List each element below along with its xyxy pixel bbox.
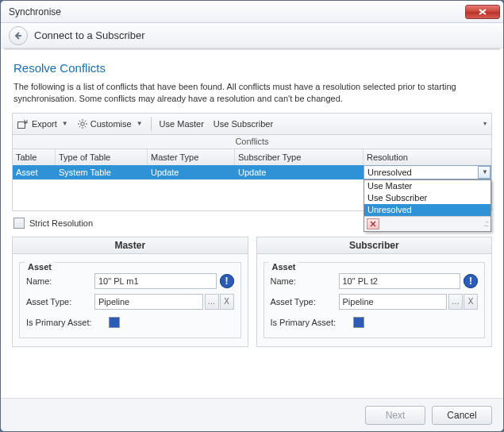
subscriber-name-label: Name: [271, 276, 339, 286]
master-name-input[interactable]: 10" PL m1 [94, 273, 217, 289]
svg-point-1 [81, 122, 84, 125]
clear-button[interactable]: X [464, 294, 478, 310]
col-header-table[interactable]: Table [13, 149, 56, 165]
cell-master-type: Update [148, 165, 235, 179]
master-group-legend: Asset [25, 262, 55, 272]
resolution-dropdown: Use Master Use Subscriber Unresolved .:: [364, 179, 491, 232]
export-label: Export [32, 119, 57, 129]
combobox-arrow[interactable]: ▼ [478, 166, 491, 179]
subscriber-panel: Subscriber Asset Name: 10" PL t2 ! Asset… [256, 237, 493, 347]
svg-line-9 [79, 125, 80, 126]
subscriber-is-primary-label: Is Primary Asset: [271, 318, 353, 327]
master-is-primary-label: Is Primary Asset: [26, 318, 109, 327]
chevron-down-icon: ▾ [483, 120, 487, 127]
col-header-subscriber-type[interactable]: Subscriber Type [235, 149, 364, 165]
clear-button[interactable]: X [220, 294, 234, 310]
resize-grip-icon[interactable]: .:: [484, 219, 488, 228]
page-body: Resolve Conflicts The following is a lis… [1, 50, 503, 347]
subscriber-group-legend: Asset [269, 262, 299, 272]
chevron-down-icon: ▼ [62, 120, 68, 127]
next-button[interactable]: Next [365, 406, 425, 425]
conflict-row[interactable]: Asset System Table Update Update Unresol… [12, 165, 492, 179]
use-master-label: Use Master [160, 119, 204, 129]
synchronise-window: Synchronise Connect to a Subscriber Reso… [0, 0, 504, 432]
master-panel: Master Asset Name: 10" PL m1 ! Asset Typ… [12, 237, 248, 347]
page-description: The following is a list of conflicts tha… [13, 81, 492, 105]
col-header-master-type[interactable]: Master Type [148, 149, 235, 165]
master-asset-type-input[interactable]: Pipeline [94, 294, 203, 310]
lookup-button[interactable]: … [205, 294, 219, 310]
grid-group-header: Conflicts [12, 135, 492, 149]
subscriber-asset-group: Asset Name: 10" PL t2 ! Asset Type: Pipe… [264, 262, 486, 338]
customise-button[interactable]: Customise ▼ [73, 114, 148, 134]
col-header-resolution[interactable]: Resolution [364, 149, 491, 165]
export-icon [17, 119, 29, 129]
resolution-option-use-subscriber[interactable]: Use Subscriber [364, 192, 491, 204]
customise-label: Customise [90, 119, 132, 129]
dropdown-clear-button[interactable] [367, 218, 379, 230]
window-title: Synchronise [9, 6, 465, 17]
subscriber-name-input[interactable]: 10" PL t2 [339, 273, 461, 289]
master-is-primary-checkbox[interactable] [109, 317, 120, 328]
resolution-combobox[interactable]: Unresolved ▼ [364, 165, 491, 179]
strict-resolution-checkbox[interactable] [13, 218, 25, 229]
resolution-option-unresolved[interactable]: Unresolved [364, 204, 491, 216]
info-icon[interactable]: ! [464, 274, 478, 288]
svg-line-6 [79, 120, 80, 121]
cell-table: Asset [13, 165, 56, 179]
toolbar-overflow[interactable]: ▾ [477, 114, 491, 134]
close-button[interactable] [465, 5, 500, 19]
cancel-button[interactable]: Cancel [432, 406, 492, 425]
toolbar-separator [151, 117, 152, 131]
strict-resolution-label: Strict Resolution [29, 218, 93, 228]
subscriber-is-primary-checkbox[interactable] [353, 317, 364, 328]
use-subscriber-label: Use Subscriber [214, 119, 273, 129]
subscriber-asset-type-input[interactable]: Pipeline [339, 294, 448, 310]
gear-icon [78, 119, 87, 129]
wizard-header: Connect to a Subscriber [1, 23, 503, 48]
svg-line-7 [85, 125, 86, 126]
resolution-option-use-master[interactable]: Use Master [364, 180, 491, 192]
svg-line-8 [85, 120, 86, 121]
chevron-down-icon: ▼ [482, 168, 488, 176]
cell-subscriber-type: Update [235, 165, 364, 179]
back-arrow-icon [13, 31, 23, 40]
titlebar: Synchronise [1, 1, 503, 23]
grid-toolbar: Export ▼ Customise ▼ Use Master Use Subs… [12, 113, 492, 135]
compare-container: Master Asset Name: 10" PL m1 ! Asset Typ… [12, 237, 492, 347]
cell-resolution: Unresolved ▼ Use Master Use Subscriber U… [364, 165, 491, 179]
close-icon [479, 9, 487, 15]
grid-column-headers: Table Type of Table Master Type Subscrib… [12, 149, 492, 165]
cell-type-of-table: System Table [56, 165, 148, 179]
back-button[interactable] [9, 26, 28, 45]
col-header-type[interactable]: Type of Table [56, 149, 148, 165]
info-icon[interactable]: ! [220, 274, 234, 288]
master-asset-group: Asset Name: 10" PL m1 ! Asset Type: Pipe… [19, 262, 241, 338]
master-panel-title: Master [12, 237, 248, 254]
use-master-button[interactable]: Use Master [155, 114, 209, 134]
x-icon [370, 221, 376, 227]
export-button[interactable]: Export ▼ [13, 114, 73, 134]
wizard-subtitle: Connect to a Subscriber [34, 29, 144, 41]
subscriber-panel-title: Subscriber [256, 237, 493, 254]
wizard-footer: Next Cancel [1, 398, 503, 431]
page-heading: Resolve Conflicts [13, 61, 492, 75]
dropdown-footer: .:: [364, 216, 491, 231]
master-asset-type-label: Asset Type: [26, 297, 94, 307]
subscriber-asset-type-label: Asset Type: [271, 297, 339, 307]
lookup-button[interactable]: … [448, 294, 463, 310]
use-subscriber-button[interactable]: Use Subscriber [209, 114, 278, 134]
chevron-down-icon: ▼ [137, 120, 143, 127]
master-name-label: Name: [26, 276, 94, 286]
resolution-value: Unresolved [367, 168, 412, 177]
